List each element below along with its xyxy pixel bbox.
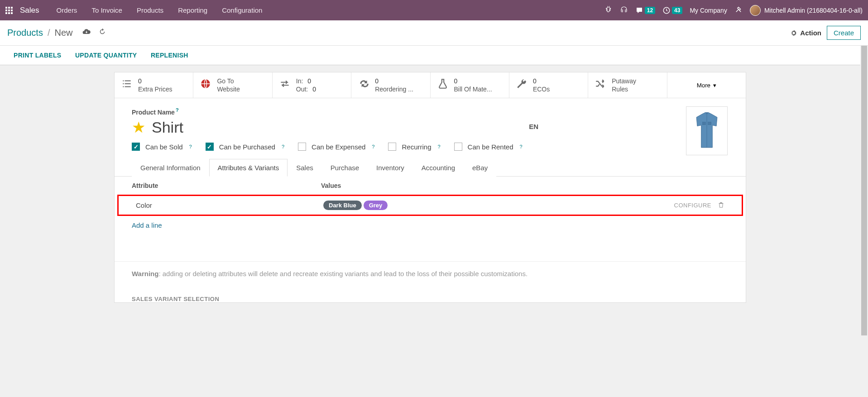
- shirt-icon: [691, 111, 723, 151]
- messages-badge: 12: [645, 7, 655, 14]
- trash-icon[interactable]: [718, 201, 724, 210]
- recurring-checkbox[interactable]: [388, 143, 396, 151]
- breadcrumb-root[interactable]: Products: [7, 28, 43, 38]
- list-icon: [121, 78, 133, 92]
- breadcrumb-separator: /: [48, 28, 50, 38]
- can-be-purchased-checkbox[interactable]: [206, 143, 214, 151]
- help-icon[interactable]: ?: [372, 144, 374, 149]
- app-brand[interactable]: Sales: [20, 6, 39, 15]
- breadcrumb: Products / New: [7, 27, 106, 38]
- flask-icon: [437, 78, 449, 92]
- attributes-table: Attribute Values Color Dark Blue Grey CO…: [115, 177, 746, 234]
- user-menu[interactable]: Mitchell Admin (21680404-16-0-all): [750, 5, 863, 16]
- apps-icon[interactable]: [5, 7, 13, 14]
- stat-bom[interactable]: 0 Bill Of Mate...: [431, 72, 509, 98]
- update-quantity-button[interactable]: UPDATE QUANTITY: [75, 52, 137, 59]
- stat-more[interactable]: More ▾: [667, 72, 746, 98]
- topbar-left: Sales Orders To Invoice Products Reporti…: [5, 6, 268, 15]
- globe-icon: [200, 78, 211, 92]
- header-actions: Action Create: [790, 26, 861, 40]
- bug-icon[interactable]: [604, 5, 613, 15]
- section-variant-selection: SALES VARIANT SELECTION: [115, 286, 746, 302]
- attribute-row[interactable]: Color Dark Blue Grey CONFIGURE: [117, 195, 743, 216]
- value-pill-darkblue[interactable]: Dark Blue: [323, 201, 362, 210]
- product-header: Product Name? ★ Shirt EN: [115, 98, 746, 143]
- nav-configuration[interactable]: Configuration: [216, 6, 268, 14]
- attribute-name[interactable]: Color: [136, 201, 323, 209]
- company-name[interactable]: My Company: [690, 7, 727, 14]
- help-icon[interactable]: ?: [520, 144, 523, 149]
- gear-icon: [790, 29, 797, 37]
- cloud-save-icon[interactable]: [82, 27, 91, 38]
- attributes-header: Attribute Values: [115, 177, 746, 195]
- spacer: [115, 234, 746, 262]
- can-be-sold-checkbox[interactable]: [132, 143, 140, 151]
- nav-to-invoice[interactable]: To Invoice: [86, 6, 128, 14]
- svg-rect-4: [708, 122, 711, 125]
- can-be-expensed-checkbox[interactable]: [298, 143, 306, 151]
- tab-general-info[interactable]: General Information: [132, 159, 209, 177]
- help-icon[interactable]: ?: [282, 144, 284, 149]
- stat-extra-prices[interactable]: 0 Extra Prices: [115, 72, 193, 98]
- help-icon[interactable]: ?: [176, 107, 179, 113]
- form-sheet: 0 Extra Prices Go To Website In: 0: [114, 72, 746, 303]
- stat-in-out[interactable]: In: 0 Out: 0: [273, 72, 351, 98]
- messages-button[interactable]: 12: [635, 6, 655, 14]
- tools-icon[interactable]: [734, 5, 743, 15]
- topbar-right: 12 43 My Company Mitchell Admin (2168040…: [604, 5, 863, 16]
- discard-icon[interactable]: [98, 28, 106, 38]
- topbar: Sales Orders To Invoice Products Reporti…: [0, 0, 868, 20]
- row-actions: CONFIGURE: [674, 201, 725, 210]
- nav-products[interactable]: Products: [131, 6, 169, 14]
- avatar: [750, 5, 761, 16]
- tab-attributes-variants[interactable]: Attributes & Variants: [209, 159, 288, 177]
- col-attribute: Attribute: [132, 182, 321, 189]
- attribute-values[interactable]: Dark Blue Grey: [323, 201, 674, 210]
- tab-purchase[interactable]: Purchase: [322, 159, 368, 177]
- tab-ebay[interactable]: eBay: [464, 159, 496, 177]
- stat-website[interactable]: Go To Website: [193, 72, 272, 98]
- create-button[interactable]: Create: [827, 26, 861, 40]
- warning-text: Warning: adding or deleting attributes w…: [115, 262, 746, 286]
- wrench-icon: [516, 78, 528, 92]
- tab-accounting[interactable]: Accounting: [413, 159, 464, 177]
- product-name-input[interactable]: Shirt: [152, 119, 183, 136]
- favorite-star-icon[interactable]: ★: [132, 118, 145, 136]
- nav-orders[interactable]: Orders: [51, 6, 83, 14]
- breadcrumb-current: New: [55, 28, 73, 38]
- activities-button[interactable]: 43: [662, 6, 682, 14]
- help-icon[interactable]: ?: [437, 144, 440, 149]
- header-bar: Products / New Action Create: [0, 20, 868, 46]
- user-name: Mitchell Admin (21680404-16-0-all): [764, 7, 863, 14]
- caret-down-icon: ▾: [713, 82, 716, 89]
- checkbox-row: Can be Sold? Can be Purchased? Can be Ex…: [115, 143, 746, 159]
- svg-rect-3: [702, 122, 705, 125]
- nav-reporting[interactable]: Reporting: [173, 6, 213, 14]
- scrollbar-track[interactable]: [860, 46, 868, 397]
- col-values: Values: [321, 182, 729, 189]
- transfer-icon: [279, 78, 291, 92]
- tabs: General Information Attributes & Variant…: [115, 159, 746, 177]
- action-button[interactable]: Action: [790, 29, 821, 37]
- product-name-label: Product Name?: [132, 109, 179, 116]
- shuffle-icon: [595, 78, 606, 92]
- stat-reordering[interactable]: 0 Reordering ...: [351, 72, 430, 98]
- scrollbar-thumb[interactable]: [861, 46, 867, 335]
- add-line-button[interactable]: Add a line: [115, 216, 746, 234]
- replenish-button[interactable]: REPLENISH: [151, 52, 188, 59]
- can-be-rented-checkbox[interactable]: [454, 143, 462, 151]
- product-image[interactable]: [686, 106, 728, 155]
- stat-ecos[interactable]: 0 ECOs: [509, 72, 588, 98]
- value-pill-grey[interactable]: Grey: [364, 201, 388, 210]
- help-icon[interactable]: ?: [189, 144, 192, 149]
- tab-sales[interactable]: Sales: [288, 159, 322, 177]
- refresh-icon: [358, 78, 369, 92]
- configure-button[interactable]: CONFIGURE: [674, 202, 712, 209]
- stat-putaway[interactable]: Putaway Rules: [588, 72, 667, 98]
- support-icon[interactable]: [620, 5, 628, 15]
- content: 0 Extra Prices Go To Website In: 0: [0, 66, 860, 397]
- language-button[interactable]: EN: [529, 123, 538, 130]
- tab-inventory[interactable]: Inventory: [368, 159, 413, 177]
- stat-buttons: 0 Extra Prices Go To Website In: 0: [115, 72, 746, 98]
- print-labels-button[interactable]: PRINT LABELS: [14, 52, 62, 59]
